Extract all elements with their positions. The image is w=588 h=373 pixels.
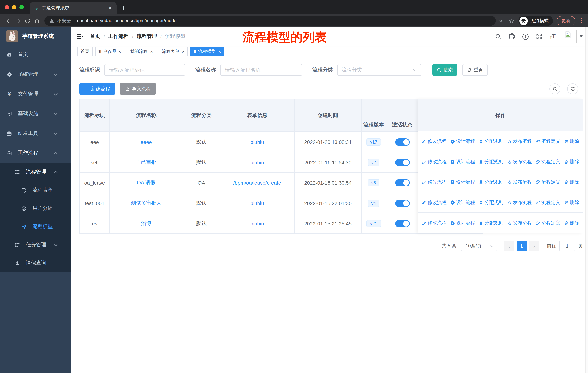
design-process-link[interactable]: 设计流程 (450, 179, 475, 185)
page-size-select[interactable]: 10条/页 (461, 241, 497, 251)
show-search-button[interactable] (549, 83, 560, 94)
create-process-button[interactable]: 新建流程 (79, 83, 115, 95)
form-link[interactable]: biubiu (251, 221, 264, 226)
current-page-button[interactable]: 1 (516, 241, 527, 251)
breadcrumb-item[interactable]: 首页 (90, 33, 100, 40)
deploy-process-link[interactable]: 发布流程 (507, 199, 532, 206)
home-icon[interactable] (32, 16, 42, 26)
process-name-link[interactable]: eeee (141, 139, 152, 145)
sidebar-item-dev-tools[interactable]: 研发工具 (0, 123, 71, 143)
process-key-input[interactable] (104, 64, 185, 76)
process-name-link[interactable]: 自己审批 (136, 159, 156, 165)
sidebar-item-workflow[interactable]: 工作流程 (0, 143, 71, 163)
process-name-input[interactable] (220, 64, 302, 76)
breadcrumb-item[interactable]: 流程管理 (137, 33, 157, 40)
prev-page-button[interactable]: ‹ (504, 241, 514, 251)
fullscreen-icon[interactable] (536, 33, 542, 40)
active-toggle[interactable] (395, 159, 410, 166)
tag-process-model[interactable]: 流程模型× (190, 47, 224, 56)
edit-process-link[interactable]: 修改流程 (422, 199, 447, 206)
browser-menu-icon[interactable] (579, 18, 584, 23)
design-process-link[interactable]: 设计流程 (450, 199, 475, 206)
edit-process-link[interactable]: 修改流程 (422, 138, 447, 145)
process-name-link[interactable]: OA 请假 (137, 179, 156, 185)
sidebar-item-leave-query[interactable]: 请假查询 (0, 254, 71, 272)
process-name-link[interactable]: 测试多审批人 (131, 200, 161, 206)
refresh-table-button[interactable] (567, 83, 578, 94)
delete-process-link[interactable]: 删除 (564, 179, 579, 185)
deploy-process-link[interactable]: 发布流程 (507, 179, 532, 185)
tag-my-process[interactable]: 我的流程× (127, 47, 156, 56)
tag-home[interactable]: 首页 (77, 47, 93, 56)
address-bar[interactable]: 不安全 dashboard.yudao.iocoder.cn/bpm/manag… (44, 16, 496, 26)
app-logo-row[interactable]: 芋道管理系统 (0, 27, 71, 45)
close-icon[interactable]: × (150, 49, 153, 54)
zoom-window-button[interactable] (19, 5, 24, 10)
design-process-link[interactable]: 设计流程 (450, 138, 475, 145)
assign-rule-link[interactable]: 分配规则 (479, 179, 504, 185)
update-button[interactable]: 更新 (557, 16, 575, 26)
sidebar-item-system[interactable]: 系统管理 (0, 64, 71, 84)
breadcrumb-item[interactable]: 工作流程 (108, 33, 129, 40)
sidebar-item-process-form[interactable]: 流程表单 (0, 181, 71, 199)
browser-tab[interactable]: 芋道管理系统 ✕ (30, 2, 117, 14)
user-avatar[interactable] (563, 30, 583, 43)
sidebar-item-process-management[interactable]: 流程管理 (0, 163, 71, 181)
page-scrollbar[interactable] (586, 27, 588, 373)
edit-process-link[interactable]: 修改流程 (422, 179, 447, 185)
form-link[interactable]: biubiu (251, 139, 264, 145)
next-page-button[interactable]: › (529, 241, 539, 251)
bookmark-star-icon[interactable] (509, 18, 515, 24)
font-size-icon[interactable]: TT (550, 33, 556, 39)
edit-process-link[interactable]: 修改流程 (422, 220, 447, 226)
delete-process-link[interactable]: 删除 (564, 159, 579, 165)
search-button[interactable]: 搜索 (432, 64, 457, 76)
goto-page-input[interactable] (559, 241, 575, 251)
delete-process-link[interactable]: 删除 (564, 138, 579, 145)
deploy-process-link[interactable]: 发布流程 (507, 138, 532, 145)
assign-rule-link[interactable]: 分配规则 (479, 220, 504, 226)
process-definition-link[interactable]: 流程定义 (536, 179, 560, 185)
reload-icon[interactable] (23, 16, 32, 26)
sidebar-item-process-model[interactable]: 流程模型 (0, 217, 71, 236)
sidebar-item-user-group[interactable]: 用户分组 (0, 199, 71, 217)
search-icon[interactable] (495, 33, 501, 40)
process-name-link[interactable]: 滔博 (141, 220, 151, 226)
help-icon[interactable]: ? (522, 33, 529, 40)
close-icon[interactable]: × (118, 49, 121, 54)
sidebar-item-home[interactable]: 首页 (0, 45, 71, 64)
sidebar-item-infrastructure[interactable]: 基础设施 (0, 104, 71, 123)
assign-rule-link[interactable]: 分配规则 (479, 138, 504, 145)
new-tab-button[interactable]: + (118, 2, 129, 13)
back-icon[interactable] (4, 16, 13, 26)
active-toggle[interactable] (395, 200, 410, 207)
active-toggle[interactable] (395, 138, 410, 146)
reset-button[interactable]: 重置 (462, 64, 488, 76)
close-icon[interactable]: × (218, 49, 221, 54)
tab-close-icon[interactable]: ✕ (107, 5, 113, 11)
sidebar-item-task-management[interactable]: 任务管理 (0, 236, 71, 254)
forward-icon[interactable] (13, 16, 23, 26)
process-category-select[interactable]: 流程分类 (337, 64, 421, 76)
edit-process-link[interactable]: 修改流程 (422, 159, 447, 165)
sidebar-item-payment[interactable]: ¥支付管理 (0, 84, 71, 104)
deploy-process-link[interactable]: 发布流程 (507, 220, 532, 226)
deploy-process-link[interactable]: 发布流程 (507, 159, 532, 165)
github-icon[interactable] (509, 33, 515, 40)
delete-process-link[interactable]: 删除 (564, 220, 579, 226)
key-icon[interactable] (499, 18, 505, 24)
close-window-button[interactable] (5, 5, 9, 10)
collapse-sidebar-icon[interactable] (77, 33, 84, 40)
process-definition-link[interactable]: 流程定义 (536, 159, 560, 165)
process-definition-link[interactable]: 流程定义 (536, 138, 560, 145)
form-link[interactable]: biubiu (251, 159, 264, 165)
process-definition-link[interactable]: 流程定义 (536, 220, 560, 226)
active-toggle[interactable] (395, 220, 410, 227)
import-process-button[interactable]: 导入流程 (120, 83, 156, 95)
assign-rule-link[interactable]: 分配规则 (479, 159, 504, 165)
form-link[interactable]: /bpm/oa/leave/create (233, 180, 281, 186)
form-link[interactable]: biubiu (251, 200, 264, 206)
process-definition-link[interactable]: 流程定义 (536, 199, 560, 206)
close-icon[interactable]: × (182, 49, 184, 54)
minimize-window-button[interactable] (12, 5, 16, 10)
